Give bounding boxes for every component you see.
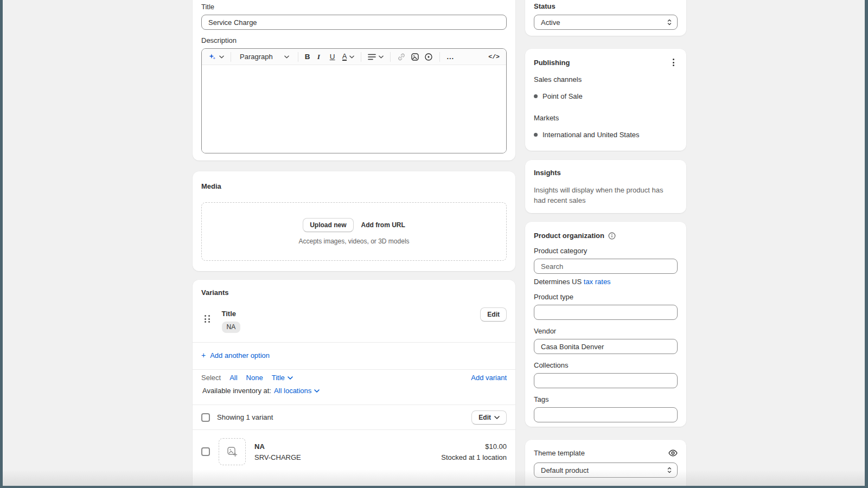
select-none-link[interactable]: None <box>246 374 263 382</box>
info-icon[interactable] <box>608 232 616 240</box>
add-another-option-button[interactable]: + Add another option <box>193 343 515 370</box>
app-window: Title Description Paragraph <box>0 0 868 488</box>
toolbar-separator <box>231 52 231 62</box>
variant-price: $10.00 <box>441 442 507 451</box>
media-title: Media <box>201 182 507 190</box>
status-title: Status <box>534 2 678 10</box>
media-hint: Accepts images, videos, or 3D models <box>298 237 409 245</box>
image-plus-icon <box>226 446 238 458</box>
insert-link-button[interactable] <box>397 53 406 61</box>
underline-button[interactable]: U <box>330 53 337 61</box>
theme-template-label: Theme template <box>534 449 585 457</box>
italic-button[interactable]: I <box>317 53 325 61</box>
chevron-down-icon <box>379 55 384 59</box>
tax-rates-link[interactable]: tax rates <box>584 278 611 286</box>
showing-variants-label: Showing 1 variant <box>217 413 273 421</box>
variant-select-row: Select All None Title Add variant Availa… <box>193 370 515 405</box>
chevron-down-icon <box>349 55 354 59</box>
toolbar-separator <box>298 52 298 62</box>
editor-toolbar: Paragraph B I U A <box>202 49 506 65</box>
media-card: Media Upload new Add from URL Accepts im… <box>193 171 515 271</box>
bulk-edit-dropdown[interactable]: Edit <box>471 410 507 425</box>
theme-template-select[interactable]: Default product <box>534 463 678 478</box>
chevron-down-icon <box>288 376 293 380</box>
inventory-label: Available inventory at: <box>202 387 271 395</box>
sparkles-icon <box>208 53 216 61</box>
variant-option-row: Title NA Edit <box>193 297 515 343</box>
drag-handle-icon[interactable] <box>205 315 210 323</box>
organization-title: Product organization <box>534 232 604 240</box>
more-formatting-button[interactable]: ... <box>446 53 454 61</box>
tags-label: Tags <box>534 395 678 403</box>
variant-checkbox[interactable] <box>201 447 210 456</box>
title-label: Title <box>201 3 507 11</box>
bullet-icon <box>534 94 538 98</box>
collections-label: Collections <box>534 361 678 369</box>
insert-image-button[interactable] <box>411 53 419 61</box>
image-icon <box>411 53 419 61</box>
insights-card: Insights Insights will display when the … <box>525 160 686 213</box>
select-all-checkbox[interactable] <box>201 413 210 422</box>
edit-option-button[interactable]: Edit <box>480 307 507 322</box>
bold-button[interactable]: B <box>305 53 312 61</box>
product-type-label: Product type <box>534 293 678 301</box>
publishing-title: Publishing <box>534 59 570 67</box>
chevron-down-icon <box>494 416 500 419</box>
variant-sku: SRV-CHARGE <box>254 453 301 461</box>
title-input[interactable] <box>201 15 507 30</box>
description-label: Description <box>201 36 507 44</box>
link-icon <box>397 53 406 61</box>
ai-assistant-button[interactable] <box>208 53 224 61</box>
select-all-link[interactable]: All <box>229 374 237 382</box>
add-variant-link[interactable]: Add variant <box>471 374 507 382</box>
media-dropzone[interactable]: Upload new Add from URL Accepts images, … <box>201 202 507 261</box>
upload-new-button[interactable]: Upload new <box>303 218 353 232</box>
toolbar-separator <box>390 52 391 62</box>
show-html-button[interactable]: </> <box>488 53 500 60</box>
toolbar-separator <box>439 52 440 62</box>
publishing-card: Publishing Sales channels Point of Sale … <box>525 49 686 151</box>
option-value-badge: NA <box>222 322 241 333</box>
paragraph-style-dropdown[interactable]: Paragraph <box>238 53 291 61</box>
product-category-input[interactable] <box>534 259 678 274</box>
option-name: Title <box>222 310 241 318</box>
variants-card: Variants Title NA Edit + Add another opt… <box>193 280 515 486</box>
status-card: Status Active <box>525 0 686 36</box>
alignment-button[interactable] <box>368 54 384 60</box>
variant-image-placeholder[interactable] <box>219 438 246 465</box>
select-caret-icon <box>666 466 673 474</box>
description-editor: Paragraph B I U A <box>201 48 507 153</box>
toolbar-separator <box>361 52 361 62</box>
select-title-dropdown[interactable]: Title <box>272 374 293 382</box>
kebab-menu-icon[interactable] <box>669 57 678 67</box>
chevron-down-icon <box>314 389 320 393</box>
vendor-label: Vendor <box>534 327 678 335</box>
insert-video-button[interactable] <box>424 53 433 61</box>
tags-input[interactable] <box>534 407 678 422</box>
product-type-input[interactable] <box>534 305 678 320</box>
bullet-icon <box>534 133 538 137</box>
market-item: International and United States <box>534 131 678 139</box>
play-circle-icon <box>424 53 433 61</box>
eye-icon[interactable] <box>668 450 678 457</box>
sales-channel-item: Point of Sale <box>534 92 678 100</box>
variants-header-row: Showing 1 variant Edit <box>193 405 515 430</box>
add-from-url-button[interactable]: Add from URL <box>361 221 405 229</box>
text-color-button[interactable]: A <box>342 53 355 61</box>
vendor-input[interactable] <box>534 339 678 354</box>
inventory-location-dropdown[interactable]: All locations <box>274 387 320 395</box>
select-caret-icon <box>666 18 673 26</box>
product-edit-page: Title Description Paragraph <box>3 0 865 486</box>
collections-input[interactable] <box>534 373 678 388</box>
align-left-icon <box>368 54 376 60</box>
variant-row[interactable]: NA SRV-CHARGE $10.00 Stocked at 1 locati… <box>193 430 515 473</box>
chevron-down-icon <box>219 55 224 59</box>
product-details-card: Title Description Paragraph <box>193 0 515 160</box>
product-category-label: Product category <box>534 247 678 255</box>
description-textarea[interactable] <box>202 65 506 153</box>
sales-channels-label: Sales channels <box>534 75 678 84</box>
plus-icon: + <box>201 351 206 359</box>
select-label: Select <box>201 374 221 382</box>
status-select[interactable]: Active <box>534 15 678 30</box>
variant-stock: Stocked at 1 location <box>441 453 507 461</box>
